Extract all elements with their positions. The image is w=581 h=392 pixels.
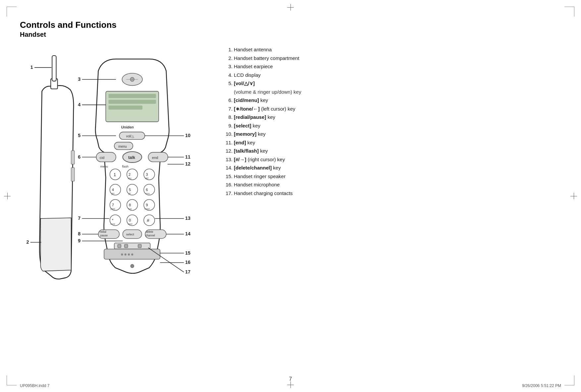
svg-text:6: 6 xyxy=(78,154,80,160)
svg-text:oper: oper xyxy=(128,223,133,226)
svg-text:#: # xyxy=(147,218,149,223)
list-item-10: 10. [memory] key xyxy=(225,130,561,138)
svg-text:Uniden: Uniden xyxy=(121,125,133,129)
list-item-2: 2. Handset battery compartment xyxy=(225,54,561,63)
list-item-3: 3. Handset earpiece xyxy=(225,62,561,71)
svg-text:pqrs: pqrs xyxy=(111,208,115,211)
svg-text:6: 6 xyxy=(146,188,148,192)
svg-text:4: 4 xyxy=(112,188,114,192)
svg-text:tuv: tuv xyxy=(129,208,132,211)
svg-text:7: 7 xyxy=(112,203,114,207)
list-item-16: 16. Handset microphone xyxy=(225,180,561,189)
list-item-15: 15. Handset ringer speaker xyxy=(225,172,561,181)
svg-rect-12 xyxy=(108,94,156,98)
sub-title: Handset xyxy=(20,30,561,39)
footer-left: UP095BH.indd 7 xyxy=(0,383,49,392)
svg-rect-0 xyxy=(71,151,75,164)
list-item-7: 7. [∗/tone/←] (left cursor) key xyxy=(225,105,561,113)
svg-text:16: 16 xyxy=(185,260,190,265)
svg-text:14: 14 xyxy=(185,231,190,236)
svg-text:9: 9 xyxy=(78,238,80,243)
list-item-12: 12. [talk/flash] key xyxy=(225,147,561,155)
svg-rect-13 xyxy=(108,100,156,104)
svg-text:17: 17 xyxy=(185,269,190,274)
footer-right: 9/26/2006 5:51:22 PM xyxy=(522,383,581,392)
svg-point-76 xyxy=(125,254,127,256)
svg-rect-20 xyxy=(96,152,116,162)
svg-text:delete: delete xyxy=(146,230,153,233)
list-item-4: 4. LCD display xyxy=(225,71,561,79)
svg-text:mno: mno xyxy=(145,192,150,195)
svg-text:0: 0 xyxy=(129,218,131,222)
svg-text:abc: abc xyxy=(128,177,132,180)
page-header: Controls and Functions Handset xyxy=(20,20,561,39)
svg-text:10: 10 xyxy=(185,133,190,138)
list-item-5: 5. [vol/△/∨] (volume & ringer up/down) k… xyxy=(225,79,561,96)
svg-rect-73 xyxy=(138,244,141,248)
main-title: Controls and Functions xyxy=(20,20,561,30)
parts-list: 1. Handset antenna 2. Handset battery co… xyxy=(225,45,561,197)
svg-text:5: 5 xyxy=(129,188,131,192)
page-number: 7 xyxy=(289,376,292,382)
svg-point-75 xyxy=(121,254,123,256)
svg-text:1: 1 xyxy=(30,65,33,70)
svg-text:15: 15 xyxy=(185,250,190,256)
list-item-13: 13. [#/→] (right cursor) key xyxy=(225,155,561,164)
body-layout: 1 2 xyxy=(20,42,561,314)
svg-rect-3 xyxy=(52,56,56,81)
handset-front-view: Uniden vol/△ menu cid talk xyxy=(78,59,190,274)
svg-text:select: select xyxy=(126,233,134,236)
svg-text:talk: talk xyxy=(128,155,135,160)
svg-text:3: 3 xyxy=(78,76,80,82)
list-item-8: 8. [redial/pause] key xyxy=(225,113,561,122)
svg-rect-1 xyxy=(71,168,75,181)
list-item-1: 1. Handset antenna xyxy=(225,45,561,54)
list-item-11: 11. [end] key xyxy=(225,138,561,147)
svg-text:tone: tone xyxy=(111,223,115,226)
svg-text:13: 13 xyxy=(185,216,190,221)
parts-list-area: 1. Handset antenna 2. Handset battery co… xyxy=(212,42,561,314)
svg-rect-72 xyxy=(125,244,128,248)
svg-text:end: end xyxy=(152,156,158,160)
svg-text:12: 12 xyxy=(185,161,190,167)
handset-side-view xyxy=(39,56,75,279)
svg-point-78 xyxy=(131,254,133,256)
page-footer: UP095BH.indd 7 9/26/2006 5:51:22 PM xyxy=(0,383,581,392)
svg-text:4: 4 xyxy=(78,102,80,107)
svg-text:channel: channel xyxy=(145,234,155,237)
svg-rect-71 xyxy=(118,244,121,248)
svg-text:1: 1 xyxy=(114,172,116,177)
crosshair-top xyxy=(287,4,294,11)
list-item-17: 17. Handset charging contacts xyxy=(225,189,561,198)
svg-text:vol/△: vol/△ xyxy=(126,134,134,138)
svg-text:ghi: ghi xyxy=(111,192,115,195)
list-item-14: 14. [delete/channel] key xyxy=(225,164,561,172)
svg-text:wxyz: wxyz xyxy=(144,208,150,211)
svg-text:7: 7 xyxy=(78,216,80,221)
svg-text:9: 9 xyxy=(146,203,148,207)
crosshair-right xyxy=(570,193,577,199)
svg-point-79 xyxy=(131,265,134,268)
svg-text:11: 11 xyxy=(185,154,190,160)
list-item-6: 6. [cid/menu] key xyxy=(225,96,561,105)
handset-diagram: 1 2 xyxy=(20,42,212,314)
svg-text:8: 8 xyxy=(78,231,80,236)
list-item-9: 9. [select] key xyxy=(225,122,561,130)
svg-text:8: 8 xyxy=(129,203,131,207)
crosshair-left xyxy=(4,193,11,199)
svg-text:menu: menu xyxy=(118,145,127,148)
svg-text:pause: pause xyxy=(100,234,108,237)
diagram-area: 1 2 xyxy=(20,42,212,314)
svg-text:flash: flash xyxy=(122,165,128,168)
svg-point-77 xyxy=(128,254,130,256)
svg-text:2: 2 xyxy=(26,239,29,245)
svg-text:2: 2 xyxy=(129,172,131,176)
svg-text:menu: menu xyxy=(100,165,108,168)
page-content: Controls and Functions Handset xyxy=(20,20,561,372)
svg-text:cid: cid xyxy=(100,156,104,160)
svg-text:jkl: jkl xyxy=(128,192,131,195)
svg-text:3: 3 xyxy=(146,172,148,176)
svg-text:5: 5 xyxy=(78,133,80,138)
svg-text:redial: redial xyxy=(100,230,106,233)
svg-text:def: def xyxy=(145,177,148,180)
